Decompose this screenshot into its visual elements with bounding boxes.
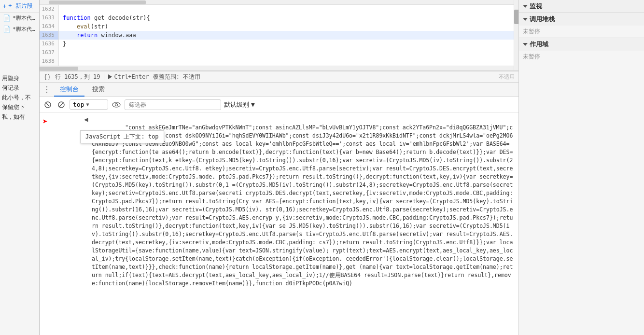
svg-point-5 — [115, 103, 118, 106]
snippet-file-1[interactable]: 📄 *脚本代码片段 # — [0, 13, 39, 24]
block-console-button[interactable] — [56, 99, 67, 110]
line-content-1636: } — [59, 40, 66, 48]
section-callstack-header[interactable]: 调用堆栈 — [519, 13, 644, 26]
console-toolbar: top ▼ 默认级别 ▼ — [40, 97, 518, 112]
section-scope-title: 作用域 — [530, 40, 548, 49]
code-line-1633: 1633 function get_decode(str){ — [40, 14, 518, 22]
svg-line-1 — [46, 103, 49, 106]
overlay-line-1: 用隐身 — [2, 73, 37, 83]
snippet-label-2: *脚本代码片段 # — [13, 26, 36, 33]
line-num-1633: 1633 — [40, 14, 59, 22]
collapse-monitor-icon — [523, 5, 528, 8]
plus-icon: + — [3, 3, 6, 10]
section-monitor: 监视 — [519, 0, 644, 13]
section-callstack: 调用堆栈 未暂停 — [519, 13, 644, 38]
editor-vscrollbar[interactable] — [514, 0, 518, 70]
console-output[interactable]: ➤ ◀ "const askEGeJmrTNe="anGbwdqvPTKkNWn… — [40, 112, 518, 335]
code-lines: 1632 1633 function get_decode(str){ 1634… — [40, 5, 518, 66]
tab-search-label: 搜索 — [92, 85, 105, 93]
clear-icon — [44, 101, 52, 109]
section-scope-content: 未暂停 — [519, 51, 644, 63]
editor-console-panel: 1632 1633 function get_decode(str){ 1634… — [40, 0, 518, 335]
console-code-text: "const askEGeJmrTNe="anGbwdqvPTKkNWnT";c… — [92, 124, 513, 287]
eye-button[interactable] — [111, 99, 122, 110]
status-right-text: 不适用 — [499, 73, 515, 81]
curly-braces-icon: {} — [43, 73, 51, 81]
code-line-1632: 1632 — [40, 5, 518, 14]
run-button[interactable]: Ctrl+Enter — [108, 73, 149, 80]
collapse-callstack-icon — [523, 18, 528, 21]
coverage-label: 覆盖范围: 不适用 — [153, 73, 200, 81]
code-line-1635: 1635 return window.aaa — [40, 31, 518, 40]
section-callstack-content: 未暂停 — [519, 26, 644, 38]
console-tabs: ⋮ 控制台 搜索 — [40, 83, 518, 97]
play-icon — [108, 74, 112, 79]
main-container: + + 新片段 📄 *脚本代码片段 # 📄 *脚本代码片段 # 用隐身 何记录 … — [0, 0, 644, 335]
overlay-line-2: 何记录 — [2, 83, 37, 93]
tab-more-button[interactable]: ⋮ — [42, 84, 52, 95]
line-num-1632: 1632 — [40, 5, 59, 14]
section-scope: 作用域 未暂停 — [519, 38, 644, 63]
section-monitor-header[interactable]: 监视 — [519, 0, 644, 13]
code-line-1638: 1638 — [40, 57, 518, 66]
clear-console-button[interactable] — [42, 99, 53, 110]
editor-hscrollbar-bottom[interactable] — [40, 66, 518, 70]
add-snippet-label: + 新片段 — [8, 2, 32, 10]
filter-input[interactable] — [125, 99, 221, 110]
svg-line-3 — [59, 103, 63, 107]
left-sidebar: + + 新片段 📄 *脚本代码片段 # 📄 *脚本代码片段 # 用隐身 何记录 … — [0, 0, 40, 335]
line-content-1633: function get_decode(str){ — [59, 14, 150, 22]
line-content-1635: return window.aaa — [59, 31, 136, 40]
cursor-position: 行 1635，列 19 — [55, 73, 100, 81]
hscroll-thumb[interactable] — [49, 0, 146, 4]
overlay-line-5: 私，如有 — [2, 112, 37, 122]
level-arrow-icon: ▼ — [251, 101, 255, 108]
svg-point-4 — [112, 102, 120, 107]
snippet-label-1: *脚本代码片段 # — [13, 14, 36, 22]
line-num-1637: 1637 — [40, 48, 59, 57]
status-bar: {} 行 1635，列 19 Ctrl+Enter 覆盖范围: 不适用 不适用 — [40, 71, 518, 83]
add-snippet-button[interactable]: + + 新片段 — [0, 0, 39, 13]
section-callstack-title: 调用堆栈 — [530, 15, 555, 24]
block-icon — [57, 101, 65, 109]
scope-status: 未暂停 — [523, 53, 540, 60]
snippet-file-2[interactable]: 📄 *脚本代码片段 # — [0, 24, 39, 35]
vscroll-thumb[interactable] — [514, 10, 518, 24]
tooltip-box: JavaScript 上下文: top — [80, 130, 164, 143]
hscroll-bottom-thumb[interactable] — [40, 67, 78, 70]
line-num-1638: 1638 — [40, 57, 59, 66]
overlay-line-4: 保留您下 — [2, 102, 37, 112]
line-num-1634: 1634 — [40, 22, 59, 31]
line-num-1636: 1636 — [40, 40, 59, 48]
file-icon-1: 📄 — [3, 14, 11, 22]
section-scope-header[interactable]: 作用域 — [519, 38, 644, 51]
editor-hscrollbar[interactable] — [40, 0, 518, 5]
nav-left-arrow[interactable]: ◀ — [84, 115, 88, 123]
section-monitor-title: 监视 — [530, 2, 542, 11]
right-sidebar: 监视 调用堆栈 未暂停 作用域 未暂停 — [518, 0, 644, 335]
tooltip-text: JavaScript 上下文: top — [85, 133, 159, 140]
left-overlay-text: 用隐身 何记录 此小号，不 保留您下 私，如有 — [0, 73, 39, 122]
line-content-1632 — [59, 5, 63, 14]
level-label: 默认级别 — [224, 100, 249, 109]
dropdown-arrow-icon: ▼ — [86, 102, 89, 107]
line-content-1634: eval(str) — [59, 22, 108, 31]
status-divider — [104, 73, 104, 80]
file-icon-2: 📄 — [3, 26, 11, 33]
tab-search[interactable]: 搜索 — [86, 83, 111, 97]
code-line-1634: 1634 eval(str) — [40, 22, 518, 31]
eye-icon — [112, 101, 121, 108]
code-editor: 1632 1633 function get_decode(str){ 1634… — [40, 0, 518, 71]
code-line-1637: 1637 — [40, 48, 518, 57]
code-line-1636: 1636 } — [40, 40, 518, 48]
tab-console-label: 控制台 — [60, 85, 79, 93]
context-dropdown[interactable]: top ▼ — [70, 99, 108, 110]
overlay-line-3: 此小号，不 — [2, 93, 37, 102]
context-value: top — [73, 101, 84, 108]
level-dropdown[interactable]: 默认级别 ▼ — [224, 100, 255, 109]
red-arrow-indicator: ➤ — [42, 116, 48, 126]
line-content-1638 — [59, 57, 63, 66]
callstack-status: 未暂停 — [523, 28, 540, 35]
tab-console[interactable]: 控制台 — [54, 83, 84, 97]
line-num-1635: 1635 — [40, 31, 59, 40]
